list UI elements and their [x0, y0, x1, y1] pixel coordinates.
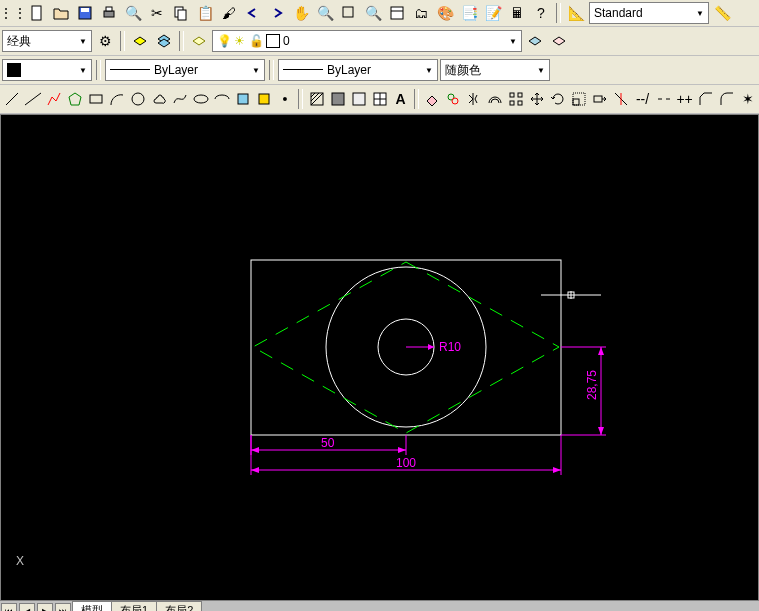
dim-style-combo[interactable]: Standard ▼: [589, 2, 709, 24]
layer-manager-icon[interactable]: [188, 30, 210, 52]
help-icon[interactable]: ?: [530, 2, 552, 24]
zoom-window-icon[interactable]: [338, 2, 360, 24]
gradient-icon[interactable]: [328, 88, 347, 110]
insert-block-icon[interactable]: [233, 88, 252, 110]
design-center-icon[interactable]: 🗂: [410, 2, 432, 24]
arc-icon[interactable]: [107, 88, 126, 110]
layout-tabs: ⏮ ◀ ▶ ⏭ 模型 布局1 布局2: [0, 601, 759, 611]
ellipse-icon[interactable]: [191, 88, 210, 110]
layer-combo[interactable]: 💡 ☀ 🔓 0 ▼: [212, 30, 522, 52]
mtext-icon[interactable]: A: [391, 88, 410, 110]
spline-icon[interactable]: [170, 88, 189, 110]
circle-icon[interactable]: [128, 88, 147, 110]
undo-icon[interactable]: [242, 2, 264, 24]
xline-icon[interactable]: [23, 88, 42, 110]
svg-point-28: [452, 98, 458, 104]
layer-color-swatch: [266, 34, 280, 48]
make-block-icon[interactable]: [254, 88, 273, 110]
linetype-combo[interactable]: ByLayer ▼: [105, 59, 265, 81]
point-icon[interactable]: •: [275, 88, 294, 110]
rectangle-icon[interactable]: [86, 88, 105, 110]
tab-last-icon[interactable]: ⏭: [55, 603, 71, 611]
lineweight-value: ByLayer: [327, 63, 371, 77]
svg-rect-23: [353, 93, 365, 105]
pan-icon[interactable]: ✋: [290, 2, 312, 24]
svg-rect-13: [90, 95, 102, 103]
chamfer-icon[interactable]: [696, 88, 715, 110]
revcloud-icon[interactable]: [149, 88, 168, 110]
mirror-icon[interactable]: [465, 88, 484, 110]
svg-rect-29: [510, 93, 514, 97]
copy-obj-icon[interactable]: [444, 88, 463, 110]
erase-icon[interactable]: [423, 88, 442, 110]
pline-icon[interactable]: [44, 88, 63, 110]
join-icon[interactable]: ++: [675, 88, 694, 110]
divider: [556, 3, 561, 23]
chevron-down-icon: ▼: [79, 37, 87, 46]
tab-layout2[interactable]: 布局2: [156, 601, 202, 611]
tab-next-icon[interactable]: ▶: [37, 603, 53, 611]
layer-properties-icon[interactable]: [129, 30, 151, 52]
properties-icon[interactable]: [386, 2, 408, 24]
zoom-realtime-icon[interactable]: 🔍: [314, 2, 336, 24]
layer-states-icon[interactable]: [153, 30, 175, 52]
sun-icon: ☀: [234, 34, 245, 48]
svg-rect-32: [518, 101, 522, 105]
color-combo[interactable]: ▼: [2, 59, 92, 81]
zoom-previous-icon[interactable]: 🔍: [362, 2, 384, 24]
redo-icon[interactable]: [266, 2, 288, 24]
rotate-icon[interactable]: [549, 88, 568, 110]
layer-previous-icon[interactable]: [524, 30, 546, 52]
scale-icon[interactable]: [570, 88, 589, 110]
drawing-canvas[interactable]: R10 50 100 28,75 X: [0, 114, 759, 601]
line-icon[interactable]: [2, 88, 21, 110]
svg-rect-16: [238, 94, 248, 104]
match-prop-icon[interactable]: 🖌: [218, 2, 240, 24]
dim50-text: 50: [321, 436, 335, 450]
extend-icon[interactable]: --/: [633, 88, 652, 110]
tab-model[interactable]: 模型: [72, 601, 112, 611]
dim100-text: 100: [396, 456, 416, 470]
divider: [96, 60, 101, 80]
open-icon[interactable]: [50, 2, 72, 24]
plot-preview-icon[interactable]: 🔍: [122, 2, 144, 24]
dim-update-icon[interactable]: 📏: [711, 2, 733, 24]
dim-style-icon[interactable]: 📐: [565, 2, 587, 24]
stretch-icon[interactable]: [591, 88, 610, 110]
polygon-icon[interactable]: [65, 88, 84, 110]
tab-prev-icon[interactable]: ◀: [19, 603, 35, 611]
cut-icon[interactable]: ✂: [146, 2, 168, 24]
trim-icon[interactable]: [612, 88, 631, 110]
sheet-set-icon[interactable]: 📑: [458, 2, 480, 24]
table-icon[interactable]: [370, 88, 389, 110]
chevron-down-icon: ▼: [252, 66, 260, 75]
tab-first-icon[interactable]: ⏮: [1, 603, 17, 611]
new-icon[interactable]: [26, 2, 48, 24]
copy-icon[interactable]: [170, 2, 192, 24]
workspace-combo[interactable]: 经典 ▼: [2, 30, 92, 52]
workspace-settings-icon[interactable]: ⚙: [94, 30, 116, 52]
offset-icon[interactable]: [486, 88, 505, 110]
region-icon[interactable]: [349, 88, 368, 110]
print-icon[interactable]: [98, 2, 120, 24]
ellipse-arc-icon[interactable]: [212, 88, 231, 110]
save-icon[interactable]: [74, 2, 96, 24]
array-icon[interactable]: [507, 88, 526, 110]
line-preview: [110, 69, 150, 72]
hatch-icon[interactable]: [307, 88, 326, 110]
tab-layout1[interactable]: 布局1: [111, 601, 157, 611]
layer-match-icon[interactable]: [548, 30, 570, 52]
plotstyle-combo[interactable]: 随颜色 ▼: [440, 59, 550, 81]
draw-modify-toolbar: • A --/ ++ ✶: [0, 85, 759, 114]
calc-icon[interactable]: 🖩: [506, 2, 528, 24]
divider: [414, 89, 419, 109]
tab-model-label: 模型: [81, 604, 103, 611]
lineweight-combo[interactable]: ByLayer ▼: [278, 59, 438, 81]
markup-icon[interactable]: 📝: [482, 2, 504, 24]
break-icon[interactable]: [654, 88, 673, 110]
move-icon[interactable]: [528, 88, 547, 110]
tool-palette-icon[interactable]: 🎨: [434, 2, 456, 24]
paste-icon[interactable]: 📋: [194, 2, 216, 24]
fillet-icon[interactable]: [717, 88, 736, 110]
explode-icon[interactable]: ✶: [738, 88, 757, 110]
